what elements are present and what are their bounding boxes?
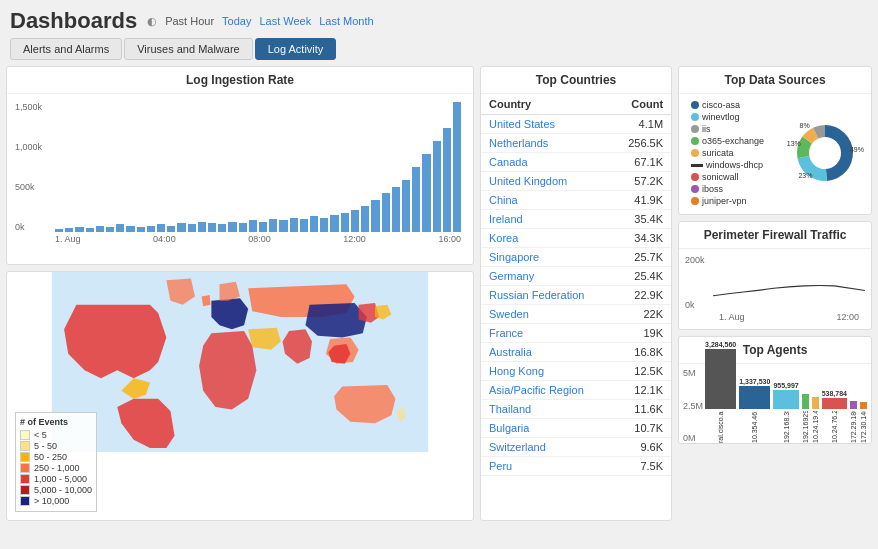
fw-x-1200: 12:00 (836, 312, 859, 322)
country-cell: Bulgaria (481, 419, 611, 438)
country-cell: Germany (481, 267, 611, 286)
bar (147, 226, 155, 233)
count-cell: 12.1K (611, 381, 671, 400)
country-link[interactable]: China (489, 194, 518, 206)
donut-label: 8% (800, 122, 810, 129)
bar (330, 215, 338, 232)
country-cell: United Kingdom (481, 172, 611, 191)
tab-viruses-malware[interactable]: Viruses and Malware (124, 38, 253, 60)
log-ingestion-chart: 1,500k 1,000k 500k 0k 1. Aug 04:00 08:00… (7, 94, 473, 264)
agent-bar-group: 172.29.180.70 (850, 401, 857, 443)
agent-label: 192.168.35.18 (783, 411, 790, 443)
y-label-1500k: 1,500k (15, 102, 42, 112)
x-label-1600: 16:00 (438, 234, 461, 244)
table-row: Ireland35.4K (481, 210, 671, 229)
country-cell: Singapore (481, 248, 611, 267)
country-link[interactable]: Asia/Pacific Region (489, 384, 584, 396)
legend-color-swatch (20, 474, 30, 484)
bar (412, 167, 420, 232)
agent-bar-group: 1,337,53010.354.46.225 (739, 378, 770, 443)
legend-dot (691, 125, 699, 133)
x-label-0800: 08:00 (248, 234, 271, 244)
country-link[interactable]: Switzerland (489, 441, 546, 453)
country-cell: Russian Federation (481, 286, 611, 305)
agents-bar-chart: 3,284,560ral.cisco.asa1,337,53010.354.46… (705, 368, 867, 443)
bar-chart (51, 102, 465, 232)
log-y-axis: 1,500k 1,000k 500k 0k (15, 102, 42, 232)
count-cell: 7.5K (611, 457, 671, 476)
bar (96, 226, 104, 233)
country-link[interactable]: United States (489, 118, 555, 130)
country-link[interactable]: Canada (489, 156, 528, 168)
count-cell: 19K (611, 324, 671, 343)
country-link[interactable]: Netherlands (489, 137, 548, 149)
legend-item: > 10,000 (20, 496, 92, 506)
country-link[interactable]: Hong Kong (489, 365, 544, 377)
legend-color-swatch (20, 430, 30, 440)
map-legend-title: # of Events (20, 417, 92, 427)
tab-bar: Alerts and Alarms Viruses and Malware Lo… (0, 38, 878, 66)
legend-color-swatch (20, 452, 30, 462)
agent-label: 172.29.180.70 (850, 411, 857, 443)
map-panel: # of Events < 55 - 5050 - 250250 - 1,000… (6, 271, 474, 521)
tab-log-activity[interactable]: Log Activity (255, 38, 337, 60)
legend-dot (691, 101, 699, 109)
table-row: Peru7.5K (481, 457, 671, 476)
country-link[interactable]: Singapore (489, 251, 539, 263)
country-link[interactable]: Korea (489, 232, 518, 244)
datasource-legend-entry: iis (691, 124, 764, 134)
datasource-label: iis (702, 124, 711, 134)
agents-y-5m: 5M (683, 368, 703, 378)
col-count: Count (611, 94, 671, 115)
datasource-legend-entry: iboss (691, 184, 764, 194)
clock-icon: ◐ (147, 15, 157, 28)
table-row: United States4.1M (481, 115, 671, 134)
legend-line (691, 164, 703, 167)
agent-label: 192.16929.1842 (802, 411, 809, 443)
datasource-label: juniper-vpn (702, 196, 747, 206)
last-month-link[interactable]: Last Month (319, 15, 373, 27)
donut-label: 23% (798, 172, 812, 179)
country-link[interactable]: Australia (489, 346, 532, 358)
country-link[interactable]: Thailand (489, 403, 531, 415)
country-link[interactable]: France (489, 327, 523, 339)
bar (157, 224, 165, 232)
country-link[interactable]: United Kingdom (489, 175, 567, 187)
datasource-label: o365-exchange (702, 136, 764, 146)
legend-dot (691, 197, 699, 205)
bar (361, 206, 369, 232)
count-cell: 25.4K (611, 267, 671, 286)
bar (279, 220, 287, 232)
agent-label: 10.24.76.225 (831, 411, 838, 443)
country-link[interactable]: Peru (489, 460, 512, 472)
country-link[interactable]: Ireland (489, 213, 523, 225)
country-cell: Ireland (481, 210, 611, 229)
country-link[interactable]: Germany (489, 270, 534, 282)
count-cell: 22.9K (611, 286, 671, 305)
table-row: United Kingdom57.2K (481, 172, 671, 191)
bar (433, 141, 441, 232)
agent-bar (860, 402, 867, 409)
country-cell: United States (481, 115, 611, 134)
legend-color-swatch (20, 441, 30, 451)
table-row: Switzerland9.6K (481, 438, 671, 457)
legend-dot (691, 149, 699, 157)
country-cell: China (481, 191, 611, 210)
country-link[interactable]: Russian Federation (489, 289, 584, 301)
bar (208, 223, 216, 232)
log-ingestion-panel: Log Ingestion Rate 1,500k 1,000k 500k 0k… (6, 66, 474, 265)
last-week-link[interactable]: Last Week (259, 15, 311, 27)
legend-label: > 10,000 (34, 496, 69, 506)
country-link[interactable]: Bulgaria (489, 422, 529, 434)
past-hour-link[interactable]: Past Hour (165, 15, 214, 27)
top-countries-title: Top Countries (481, 67, 671, 94)
country-link[interactable]: Sweden (489, 308, 529, 320)
donut-segment (825, 125, 853, 181)
agent-bar (812, 397, 819, 409)
country-cell: Netherlands (481, 134, 611, 153)
country-cell: Sweden (481, 305, 611, 324)
table-row: Hong Kong12.5K (481, 362, 671, 381)
today-link[interactable]: Today (222, 15, 251, 27)
tab-alerts-alarms[interactable]: Alerts and Alarms (10, 38, 122, 60)
count-cell: 67.1K (611, 153, 671, 172)
